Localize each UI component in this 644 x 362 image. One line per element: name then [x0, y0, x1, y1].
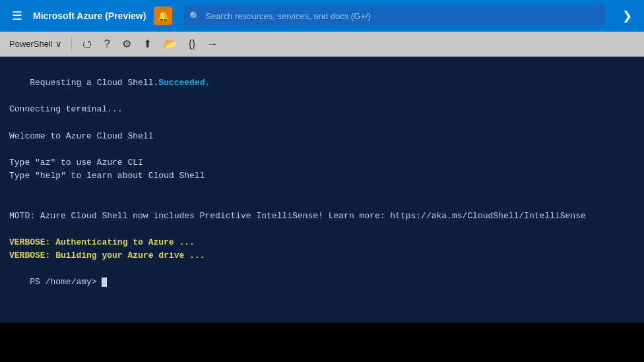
terminal-line-prompt: PS /home/amy>	[9, 262, 635, 302]
disconnect-button[interactable]: →	[203, 36, 222, 53]
terminal-line-7: Type "help" to learn about Cloud Shell	[9, 169, 635, 183]
help-button[interactable]: ?	[100, 36, 115, 53]
restart-button[interactable]: ⭯	[77, 36, 97, 53]
restart-icon: ⭯	[82, 38, 92, 50]
open-editor-button[interactable]: 📂	[159, 35, 181, 53]
terminal-line-4: Welcome to Azure Cloud Shell	[9, 130, 635, 143]
json-button[interactable]: {}	[184, 36, 201, 53]
disconnect-icon: →	[207, 38, 218, 50]
shell-label: PowerShell	[9, 39, 53, 49]
terminal-line-2: Connecting terminal...	[9, 103, 635, 116]
terminal-line-6: Type "az" to use Azure CLI	[9, 156, 635, 169]
terminal-line-motd: MOTD: Azure Cloud Shell now includes Pre…	[9, 210, 635, 223]
terminal-line-5	[9, 143, 635, 156]
terminal-text-requesting: Requesting a Cloud Shell.	[30, 78, 158, 88]
toolbar-divider	[71, 37, 72, 51]
bottom-bar	[0, 322, 644, 362]
upload-icon: ⬆	[143, 38, 152, 50]
terminal-output[interactable]: Requesting a Cloud Shell.Succeeded. Conn…	[0, 57, 644, 322]
terminal-line-verbose1: VERBOSE: Authenticating to Azure ...	[9, 236, 635, 249]
chevron-down-icon: ∨	[55, 39, 62, 49]
terminal-line-9	[9, 196, 635, 209]
terminal-text-succeeded: Succeeded.	[158, 78, 210, 88]
terminal-prompt-text: PS /home/amy>	[30, 277, 102, 287]
folder-icon: 📂	[164, 38, 177, 50]
portal-menu-icon[interactable]: ❯	[617, 6, 637, 26]
help-icon: ?	[104, 38, 110, 50]
nav-title: Microsoft Azure (Preview)	[33, 11, 146, 21]
settings-button[interactable]: ⚙	[117, 35, 136, 53]
braces-icon: {}	[189, 38, 196, 50]
terminal-line-3	[9, 117, 635, 130]
notification-bell-icon[interactable]: 🔔	[154, 7, 172, 25]
nav-bar: ☰ Microsoft Azure (Preview) 🔔 🔍 ❯	[0, 0, 644, 32]
terminal-line-1: Requesting a Cloud Shell.Succeeded.	[9, 63, 635, 103]
terminal-cursor	[102, 278, 107, 287]
terminal-line-10	[9, 223, 635, 236]
search-container: 🔍	[184, 5, 605, 26]
toolbar: PowerShell ∨ ⭯ ? ⚙ ⬆ 📂 {} →	[0, 32, 644, 57]
upload-button[interactable]: ⬆	[139, 35, 156, 53]
search-icon: 🔍	[189, 11, 200, 21]
terminal-line-8	[9, 183, 635, 196]
shell-selector[interactable]: PowerShell ∨	[5, 38, 66, 50]
hamburger-icon[interactable]: ☰	[7, 6, 28, 26]
settings-icon: ⚙	[122, 38, 131, 50]
search-input[interactable]	[184, 5, 605, 26]
terminal-line-verbose2: VERBOSE: Building your Azure drive ...	[9, 249, 635, 262]
